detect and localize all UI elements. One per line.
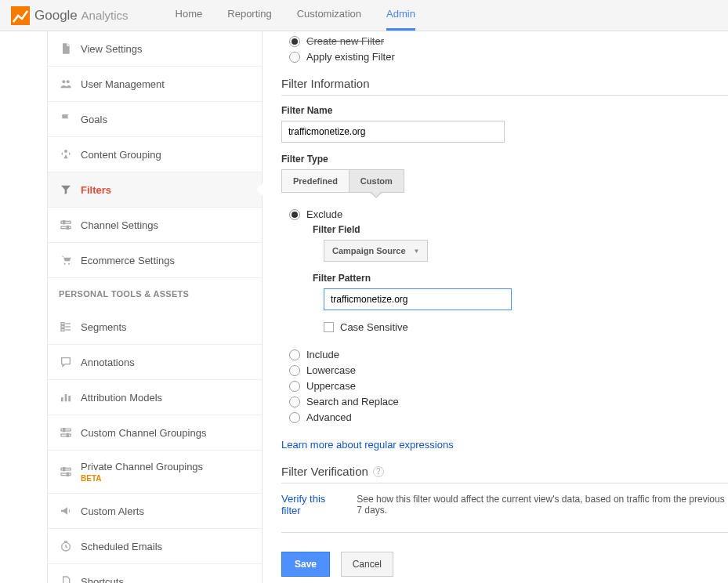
sidebar-item-private-channel-groupings[interactable]: Private Channel Groupings BETA (48, 451, 262, 494)
svg-point-3 (64, 150, 67, 153)
radio-uppercase-input[interactable] (289, 381, 300, 392)
radio-uppercase[interactable]: Uppercase (289, 380, 728, 392)
users-icon (59, 77, 73, 91)
radio-exclude[interactable]: Exclude (289, 208, 728, 220)
filter-verification-heading: Filter Verification ? (281, 465, 728, 483)
help-icon[interactable]: ? (373, 466, 384, 477)
case-sensitive-checkbox[interactable] (324, 322, 334, 332)
sliders-icon (59, 465, 73, 479)
sidebar-section-header: PERSONAL TOOLS & ASSETS (48, 278, 262, 310)
svg-rect-17 (65, 394, 67, 401)
sidebar-label: Filters (81, 184, 111, 196)
tab-admin[interactable]: Admin (386, 0, 415, 31)
sidebar-item-attribution-models[interactable]: Attribution Models (48, 380, 262, 415)
regex-link[interactable]: Learn more about regular expressions (281, 439, 454, 451)
custom-toggle[interactable]: Custom (349, 169, 404, 193)
sidebar-item-segments[interactable]: Segments (48, 310, 262, 345)
radio-advanced-label: Advanced (306, 411, 352, 423)
sidebar-item-custom-channel-groupings[interactable]: Custom Channel Groupings (48, 415, 262, 451)
radio-exclude-label: Exclude (306, 208, 342, 220)
sidebar-label: Segments (81, 321, 127, 333)
radio-search-replace-input[interactable] (289, 397, 300, 407)
cart-icon (59, 253, 73, 267)
filter-name-input[interactable] (281, 121, 505, 143)
filter-pattern-input[interactable] (324, 288, 512, 310)
radio-create-new[interactable]: Create new Filter (289, 35, 728, 47)
sidebar-item-annotations[interactable]: Annotations (48, 345, 262, 380)
svg-rect-12 (61, 329, 64, 331)
predefined-toggle[interactable]: Predefined (281, 169, 349, 193)
svg-rect-23 (61, 468, 71, 470)
sidebar-item-view-settings[interactable]: View Settings (48, 31, 262, 67)
filter-name-label: Filter Name (281, 105, 728, 116)
sidebar-label: Goals (81, 114, 107, 125)
sidebar-item-user-management[interactable]: User Management (48, 67, 262, 102)
radio-search-replace[interactable]: Search and Replace (289, 396, 728, 407)
bars-icon (59, 390, 73, 404)
radio-apply-existing[interactable]: Apply existing Filter (289, 51, 728, 63)
filter-field-dropdown[interactable]: Campaign Source ▼ (324, 240, 428, 262)
document-icon (59, 574, 73, 583)
ga-logo-icon (11, 6, 30, 25)
logo-text: Google Analytics (34, 8, 129, 24)
case-sensitive-row[interactable]: Case Sensitive (324, 321, 728, 333)
sidebar-item-channel-settings[interactable]: Channel Settings (48, 208, 262, 243)
sidebar-item-scheduled-emails[interactable]: Scheduled Emails (48, 529, 262, 564)
svg-rect-18 (68, 396, 71, 401)
clock-icon (59, 539, 73, 553)
svg-rect-26 (67, 473, 68, 476)
radio-uppercase-label: Uppercase (306, 380, 356, 392)
segments-icon (59, 320, 73, 334)
radio-apply-existing-input[interactable] (289, 52, 300, 63)
radio-advanced[interactable]: Advanced (289, 411, 728, 423)
tab-reporting[interactable]: Reporting (227, 0, 271, 31)
radio-apply-existing-label: Apply existing Filter (306, 51, 395, 63)
sidebar-label: Annotations (81, 357, 135, 368)
document-icon (59, 42, 73, 56)
cancel-button[interactable]: Cancel (341, 552, 393, 577)
divider (281, 532, 728, 533)
svg-rect-5 (61, 226, 71, 229)
beta-badge: BETA (81, 474, 203, 483)
sidebar-label: Channel Settings (81, 219, 158, 231)
logo-sub: Analytics (81, 9, 129, 22)
svg-rect-10 (61, 323, 64, 325)
sidebar-item-goals[interactable]: Goals (48, 102, 262, 137)
tab-customization[interactable]: Customization (297, 0, 361, 31)
radio-lowercase-input[interactable] (289, 365, 300, 376)
radio-create-new-input[interactable] (289, 36, 300, 47)
save-button[interactable]: Save (281, 552, 330, 577)
sidebar-label: Scheduled Emails (81, 541, 162, 552)
filter-information-heading: Filter Information (281, 77, 728, 96)
sidebar-label: Content Grouping (81, 149, 161, 161)
radio-exclude-input[interactable] (289, 209, 300, 220)
sidebar-label: View Settings (81, 43, 143, 55)
sidebar-label: Attribution Models (81, 392, 162, 404)
verify-description: See how this filter would affect the cur… (357, 494, 728, 516)
megaphone-icon (59, 504, 73, 518)
svg-rect-22 (67, 433, 68, 436)
radio-search-replace-label: Search and Replace (306, 396, 399, 407)
radio-lowercase[interactable]: Lowercase (289, 364, 728, 376)
filter-type-toggle: Predefined Custom (281, 169, 728, 193)
radio-create-new-label: Create new Filter (306, 35, 384, 47)
svg-point-2 (67, 80, 70, 83)
filter-type-label: Filter Type (281, 154, 728, 165)
sidebar-item-content-grouping[interactable]: Content Grouping (48, 137, 262, 172)
radio-include[interactable]: Include (289, 349, 728, 360)
app-header: Google Analytics Home Reporting Customiz… (0, 0, 728, 31)
svg-point-8 (64, 263, 66, 265)
radio-include-input[interactable] (289, 349, 300, 360)
sidebar-item-filters[interactable]: Filters (48, 172, 262, 208)
sidebar-item-custom-alerts[interactable]: Custom Alerts (48, 494, 262, 529)
svg-rect-24 (61, 473, 71, 476)
svg-rect-4 (61, 221, 71, 223)
svg-rect-25 (63, 468, 65, 471)
verify-filter-link[interactable]: Verify this filter (281, 493, 342, 516)
svg-rect-20 (61, 434, 71, 436)
sidebar-item-ecommerce-settings[interactable]: Ecommerce Settings (48, 243, 262, 278)
sidebar-item-shortcuts[interactable]: Shortcuts (48, 564, 262, 583)
tab-home[interactable]: Home (176, 0, 203, 31)
radio-advanced-input[interactable] (289, 412, 300, 423)
sidebar-label: Custom Alerts (81, 505, 144, 517)
